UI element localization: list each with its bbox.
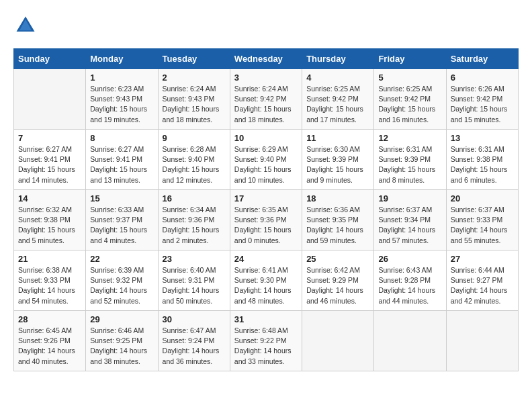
- header-cell-friday: Friday: [374, 49, 446, 69]
- header-cell-sunday: Sunday: [14, 49, 86, 69]
- day-cell: 12Sunrise: 6:31 AM Sunset: 9:39 PM Dayli…: [374, 130, 446, 190]
- day-cell: 18Sunrise: 6:36 AM Sunset: 9:35 PM Dayli…: [302, 190, 374, 250]
- day-number: 31: [234, 314, 298, 324]
- week-row-1: 1Sunrise: 6:23 AM Sunset: 9:43 PM Daylig…: [14, 69, 519, 130]
- day-info: Sunrise: 6:23 AM Sunset: 9:43 PM Dayligh…: [90, 84, 153, 125]
- day-info: Sunrise: 6:46 AM Sunset: 9:25 PM Dayligh…: [90, 326, 153, 367]
- day-cell: 15Sunrise: 6:33 AM Sunset: 9:37 PM Dayli…: [86, 190, 158, 250]
- logo: [13, 13, 42, 38]
- day-cell: 2Sunrise: 6:24 AM Sunset: 9:43 PM Daylig…: [158, 69, 230, 130]
- week-row-2: 7Sunrise: 6:27 AM Sunset: 9:41 PM Daylig…: [14, 130, 519, 190]
- week-row-4: 21Sunrise: 6:38 AM Sunset: 9:33 PM Dayli…: [14, 250, 519, 311]
- day-info: Sunrise: 6:28 AM Sunset: 9:40 PM Dayligh…: [163, 144, 226, 185]
- day-number: 8: [90, 133, 153, 143]
- day-cell: 20Sunrise: 6:37 AM Sunset: 9:33 PM Dayli…: [446, 190, 518, 250]
- day-number: 24: [234, 254, 298, 264]
- day-number: 6: [451, 73, 514, 83]
- day-number: 13: [451, 133, 514, 143]
- header-cell-tuesday: Tuesday: [158, 49, 230, 69]
- day-number: 5: [378, 73, 441, 83]
- day-number: 21: [18, 254, 81, 264]
- calendar-header: SundayMondayTuesdayWednesdayThursdayFrid…: [14, 49, 519, 69]
- day-number: 26: [378, 254, 441, 264]
- day-number: 14: [18, 193, 81, 203]
- day-cell: [374, 311, 446, 371]
- day-number: 7: [18, 133, 81, 143]
- day-cell: 9Sunrise: 6:28 AM Sunset: 9:40 PM Daylig…: [158, 130, 230, 190]
- day-cell: 6Sunrise: 6:26 AM Sunset: 9:42 PM Daylig…: [446, 69, 518, 130]
- day-info: Sunrise: 6:29 AM Sunset: 9:40 PM Dayligh…: [234, 144, 298, 185]
- day-info: Sunrise: 6:48 AM Sunset: 9:22 PM Dayligh…: [234, 326, 298, 367]
- day-number: 11: [306, 133, 369, 143]
- day-info: Sunrise: 6:43 AM Sunset: 9:28 PM Dayligh…: [378, 265, 441, 306]
- day-cell: 13Sunrise: 6:31 AM Sunset: 9:38 PM Dayli…: [446, 130, 518, 190]
- day-number: 27: [451, 254, 514, 264]
- day-info: Sunrise: 6:33 AM Sunset: 9:37 PM Dayligh…: [90, 205, 153, 246]
- header-row: SundayMondayTuesdayWednesdayThursdayFrid…: [14, 49, 519, 69]
- day-cell: 4Sunrise: 6:25 AM Sunset: 9:42 PM Daylig…: [302, 69, 374, 130]
- day-cell: 7Sunrise: 6:27 AM Sunset: 9:41 PM Daylig…: [14, 130, 86, 190]
- day-cell: 16Sunrise: 6:34 AM Sunset: 9:36 PM Dayli…: [158, 190, 230, 250]
- day-cell: 27Sunrise: 6:44 AM Sunset: 9:27 PM Dayli…: [446, 250, 518, 311]
- day-number: 29: [90, 314, 153, 324]
- day-info: Sunrise: 6:37 AM Sunset: 9:33 PM Dayligh…: [451, 205, 514, 246]
- day-cell: 14Sunrise: 6:32 AM Sunset: 9:38 PM Dayli…: [14, 190, 86, 250]
- day-cell: 5Sunrise: 6:25 AM Sunset: 9:42 PM Daylig…: [374, 69, 446, 130]
- day-cell: 29Sunrise: 6:46 AM Sunset: 9:25 PM Dayli…: [86, 311, 158, 371]
- day-info: Sunrise: 6:47 AM Sunset: 9:24 PM Dayligh…: [163, 326, 226, 367]
- day-cell: [446, 311, 518, 371]
- day-number: 15: [90, 193, 153, 203]
- day-info: Sunrise: 6:41 AM Sunset: 9:30 PM Dayligh…: [234, 265, 298, 306]
- header-cell-thursday: Thursday: [302, 49, 374, 69]
- day-info: Sunrise: 6:31 AM Sunset: 9:39 PM Dayligh…: [378, 144, 441, 185]
- day-number: 2: [163, 73, 226, 83]
- day-info: Sunrise: 6:24 AM Sunset: 9:43 PM Dayligh…: [163, 84, 226, 125]
- day-info: Sunrise: 6:40 AM Sunset: 9:31 PM Dayligh…: [163, 265, 226, 306]
- week-row-5: 28Sunrise: 6:45 AM Sunset: 9:26 PM Dayli…: [14, 311, 519, 371]
- day-cell: 30Sunrise: 6:47 AM Sunset: 9:24 PM Dayli…: [158, 311, 230, 371]
- day-cell: 11Sunrise: 6:30 AM Sunset: 9:39 PM Dayli…: [302, 130, 374, 190]
- day-info: Sunrise: 6:27 AM Sunset: 9:41 PM Dayligh…: [90, 144, 153, 185]
- day-cell: 1Sunrise: 6:23 AM Sunset: 9:43 PM Daylig…: [86, 69, 158, 130]
- day-number: 9: [163, 133, 226, 143]
- day-cell: 3Sunrise: 6:24 AM Sunset: 9:42 PM Daylig…: [230, 69, 302, 130]
- day-number: 1: [90, 73, 153, 83]
- day-info: Sunrise: 6:45 AM Sunset: 9:26 PM Dayligh…: [18, 326, 81, 367]
- day-number: 12: [378, 133, 441, 143]
- day-cell: 19Sunrise: 6:37 AM Sunset: 9:34 PM Dayli…: [374, 190, 446, 250]
- day-number: 10: [234, 133, 298, 143]
- header-cell-saturday: Saturday: [446, 49, 518, 69]
- day-number: 19: [378, 193, 441, 203]
- day-number: 4: [306, 73, 369, 83]
- day-number: 28: [18, 314, 81, 324]
- day-cell: [302, 311, 374, 371]
- day-info: Sunrise: 6:42 AM Sunset: 9:29 PM Dayligh…: [306, 265, 369, 306]
- day-cell: 26Sunrise: 6:43 AM Sunset: 9:28 PM Dayli…: [374, 250, 446, 311]
- day-cell: 10Sunrise: 6:29 AM Sunset: 9:40 PM Dayli…: [230, 130, 302, 190]
- day-info: Sunrise: 6:27 AM Sunset: 9:41 PM Dayligh…: [18, 144, 81, 185]
- day-info: Sunrise: 6:30 AM Sunset: 9:39 PM Dayligh…: [306, 144, 369, 185]
- day-info: Sunrise: 6:32 AM Sunset: 9:38 PM Dayligh…: [18, 205, 81, 246]
- day-cell: 21Sunrise: 6:38 AM Sunset: 9:33 PM Dayli…: [14, 250, 86, 311]
- day-number: 23: [163, 254, 226, 264]
- day-cell: 31Sunrise: 6:48 AM Sunset: 9:22 PM Dayli…: [230, 311, 302, 371]
- day-info: Sunrise: 6:37 AM Sunset: 9:34 PM Dayligh…: [378, 205, 441, 246]
- day-number: 25: [306, 254, 369, 264]
- day-number: 16: [163, 193, 226, 203]
- day-info: Sunrise: 6:36 AM Sunset: 9:35 PM Dayligh…: [306, 205, 369, 246]
- day-info: Sunrise: 6:31 AM Sunset: 9:38 PM Dayligh…: [451, 144, 514, 185]
- day-cell: 28Sunrise: 6:45 AM Sunset: 9:26 PM Dayli…: [14, 311, 86, 371]
- calendar-table: SundayMondayTuesdayWednesdayThursdayFrid…: [13, 48, 519, 371]
- day-cell: 22Sunrise: 6:39 AM Sunset: 9:32 PM Dayli…: [86, 250, 158, 311]
- day-info: Sunrise: 6:25 AM Sunset: 9:42 PM Dayligh…: [378, 84, 441, 125]
- day-cell: 24Sunrise: 6:41 AM Sunset: 9:30 PM Dayli…: [230, 250, 302, 311]
- day-cell: 25Sunrise: 6:42 AM Sunset: 9:29 PM Dayli…: [302, 250, 374, 311]
- week-row-3: 14Sunrise: 6:32 AM Sunset: 9:38 PM Dayli…: [14, 190, 519, 250]
- day-info: Sunrise: 6:26 AM Sunset: 9:42 PM Dayligh…: [451, 84, 514, 125]
- day-info: Sunrise: 6:38 AM Sunset: 9:33 PM Dayligh…: [18, 265, 81, 306]
- calendar-body: 1Sunrise: 6:23 AM Sunset: 9:43 PM Daylig…: [14, 69, 519, 371]
- day-info: Sunrise: 6:25 AM Sunset: 9:42 PM Dayligh…: [306, 84, 369, 125]
- day-number: 3: [234, 73, 298, 83]
- page-header: [13, 13, 519, 38]
- day-cell: 17Sunrise: 6:35 AM Sunset: 9:36 PM Dayli…: [230, 190, 302, 250]
